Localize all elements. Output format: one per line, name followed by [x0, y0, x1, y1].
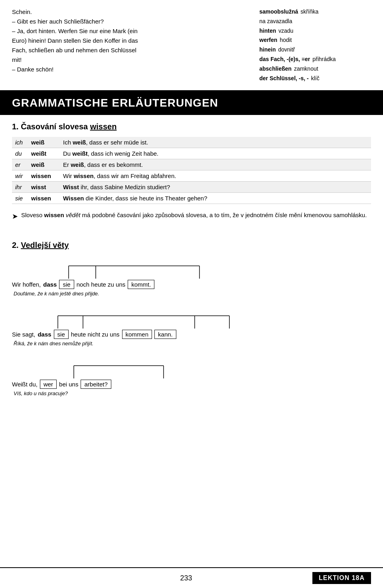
table-row: ihr wisst Wisst ihr, dass Sabine Medizin…: [12, 182, 371, 193]
form-cell: wisst: [28, 182, 60, 193]
pronoun-cell: er: [12, 159, 28, 170]
vocab-line-1: samoobslužná skříňka: [259, 7, 371, 17]
word-wir-hoffen: Wir hoffen,: [12, 281, 41, 288]
tree-svg-3: [12, 358, 211, 380]
form-cell: weiß: [28, 137, 60, 148]
top-line-5: Fach, schließen ab und nehmen den Schlüs…: [12, 46, 251, 55]
word-noch-heute: noch heute zu uns: [77, 281, 126, 288]
word-weisst-du: Weißt du,: [12, 381, 38, 388]
tree-svg-1: [12, 258, 251, 280]
section-1: 1. Časování slovesa wissen ich weiß Ich …: [0, 115, 383, 237]
top-line-4: Euro) hinein! Dann stellen Sie den Koffe…: [12, 36, 251, 46]
top-line-2: – Gibt es hier auch Schließfächer?: [12, 17, 251, 26]
word-dass-2: dass: [38, 331, 51, 338]
vocab-line-3: hinten vzadu: [259, 26, 371, 36]
top-line-1: Schein.: [12, 7, 251, 17]
translation-1: Doufáme, že k nám ještě dnes přijde.: [14, 291, 371, 297]
top-left-text: Schein. – Gibt es hier auch Schließfäche…: [12, 7, 251, 83]
page-footer: 233 LEKTION 18A: [0, 567, 383, 588]
sentence-cell: Er weiß, dass er es bekommt.: [60, 159, 371, 170]
section-2-number: 2.: [12, 241, 19, 249]
sentence-cell: Ich weiß, dass er sehr müde ist.: [60, 137, 371, 148]
vocab-line-8: der Schlüssel, -s, - klíč: [259, 74, 371, 83]
section-2-title-underline: Vedlejší věty: [21, 241, 69, 249]
word-heute-nicht: heute nicht zu uns: [71, 331, 120, 338]
word-dass-1: dass: [43, 281, 57, 288]
form-cell: weißt: [28, 148, 60, 159]
form-cell: weiß: [28, 159, 60, 170]
section-1-title-underline: wissen: [90, 122, 117, 131]
translation-3: Víš, kdo u nás pracuje?: [14, 390, 371, 396]
page-number: 233: [180, 574, 192, 582]
table-row: er weiß Er weiß, dass er es bekommt.: [12, 159, 371, 170]
boxed-kommt: kommt.: [128, 280, 154, 289]
form-cell: wissen: [28, 193, 60, 204]
tree-connector-2: [12, 308, 371, 330]
sentence-cell: Wisst ihr, dass Sabine Medizin studiert?: [60, 182, 371, 193]
table-row: sie wissen Wissen die Kinder, dass sie h…: [12, 193, 371, 204]
diagram-1: Wir hoffen, dass sie noch heute zu uns k…: [12, 258, 371, 297]
conjugation-table: ich weiß Ich weiß, dass er sehr müde ist…: [12, 137, 371, 204]
sentence-line-1: Wir hoffen, dass sie noch heute zu uns k…: [12, 280, 371, 289]
grammar-header: GRAMMATISCHE ERLÄUTERUNGEN: [0, 91, 383, 115]
boxed-wer: wer: [40, 380, 57, 389]
sentence-cell: Wir wissen, dass wir am Freitag abfahren…: [60, 170, 371, 182]
section-2-heading: 2. Vedlejší věty: [12, 241, 371, 250]
bullet-paragraph: ➤ Sloveso wissen vědět má podobné časová…: [12, 210, 371, 222]
lektion-label: LEKTION 18A: [312, 572, 371, 584]
word-sie-sagt: Sie sagt,: [12, 331, 35, 338]
vocab-line-6: das Fach, -(e)s, ≡er přihrádka: [259, 55, 371, 64]
section-2: 2. Vedlejší věty Wir hof: [0, 237, 383, 415]
sentence-line-2: Sie sagt, dass sie heute nicht zu uns ko…: [12, 330, 371, 339]
sentence-line-3: Weißt du, wer bei uns arbeitet?: [12, 380, 371, 389]
vocab-line-5: hinein dovnitř: [259, 45, 371, 55]
top-line-6: mit!: [12, 55, 251, 65]
boxed-kann: kann.: [154, 330, 176, 339]
top-right-vocab: samoobslužná skříňka na zavazadla hinten…: [259, 7, 371, 83]
vocab-line-4: werfen hodit: [259, 36, 371, 45]
diagram-2: Sie sagt, dass sie heute nicht zu uns ko…: [12, 308, 371, 346]
boxed-kommen: kommen: [122, 330, 152, 339]
top-line-3: – Ja, dort hinten. Werfen Sie nur eine M…: [12, 26, 251, 36]
sentence-cell: Du weißt, dass ich wenig Zeit habe.: [60, 148, 371, 159]
vocab-line-2: na zavazadla: [259, 17, 371, 26]
section-1-title-plain: Časování slovesa: [21, 122, 90, 131]
section-1-number: 1.: [12, 122, 19, 131]
pronoun-cell: ich: [12, 137, 28, 148]
table-row: wir wissen Wir wissen, dass wir am Freit…: [12, 170, 371, 182]
table-row: ich weiß Ich weiß, dass er sehr müde ist…: [12, 137, 371, 148]
diagram-3: Weißt du, wer bei uns arbeitet? Víš, kdo…: [12, 358, 371, 396]
pronoun-cell: du: [12, 148, 28, 159]
vocab-line-7: abschließen zamknout: [259, 64, 371, 74]
boxed-arbeitet: arbeitet?: [81, 380, 111, 389]
table-row: du weißt Du weißt, dass ich wenig Zeit h…: [12, 148, 371, 159]
pronoun-cell: wir: [12, 170, 28, 182]
pronoun-cell: ihr: [12, 182, 28, 193]
tree-connector-1: [12, 258, 371, 280]
boxed-sie-1: sie: [59, 280, 74, 289]
sentence-cell: Wissen die Kinder, dass sie heute ins Th…: [60, 193, 371, 204]
translation-2: Říká, že k nám dnes nemůže přijít.: [14, 341, 371, 346]
form-cell: wissen: [28, 170, 60, 182]
boxed-sie-2: sie: [54, 330, 69, 339]
bullet-arrow-icon: ➤: [12, 211, 18, 222]
pronoun-cell: sie: [12, 193, 28, 204]
top-line-7: – Danke schön!: [12, 65, 251, 74]
top-section: Schein. – Gibt es hier auch Schließfäche…: [0, 0, 383, 91]
section-1-heading: 1. Časování slovesa wissen: [12, 122, 371, 131]
word-bei-uns: bei uns: [59, 381, 78, 388]
bullet-text: Sloveso wissen vědět má podobné časování…: [21, 210, 367, 222]
tree-svg-2: [12, 308, 291, 330]
tree-connector-3: [12, 358, 371, 380]
